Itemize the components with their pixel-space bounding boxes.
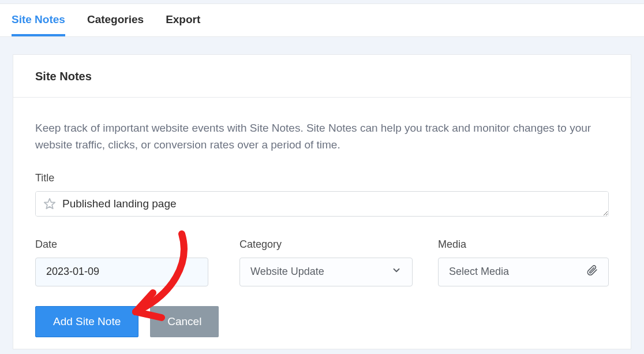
tab-export[interactable]: Export: [166, 4, 200, 36]
category-label: Category: [239, 239, 413, 251]
date-label: Date: [35, 239, 208, 251]
chevron-down-icon: [391, 265, 402, 278]
media-column: Media Select Media: [438, 239, 609, 286]
panel-title: Site Notes: [35, 70, 609, 83]
panel-header: Site Notes: [13, 55, 631, 98]
media-label: Media: [438, 239, 609, 251]
title-input[interactable]: [35, 191, 609, 217]
tab-site-notes[interactable]: Site Notes: [12, 4, 65, 36]
star-icon[interactable]: [43, 198, 56, 213]
panel-description: Keep track of important website events w…: [35, 120, 609, 154]
media-value: Select Media: [449, 266, 509, 278]
title-field-wrap: [35, 191, 609, 219]
date-value: 2023-01-09: [46, 266, 99, 278]
add-site-note-button[interactable]: Add Site Note: [35, 306, 138, 337]
tab-bar: Site Notes Categories Export: [0, 3, 644, 37]
category-select[interactable]: Website Update: [239, 258, 413, 286]
tab-categories[interactable]: Categories: [87, 4, 144, 36]
date-column: Date 2023-01-09: [35, 239, 208, 286]
cancel-button[interactable]: Cancel: [150, 306, 219, 337]
category-value: Website Update: [250, 266, 324, 278]
svg-marker-0: [44, 199, 55, 208]
title-label: Title: [35, 172, 609, 184]
date-input[interactable]: 2023-01-09: [35, 258, 208, 286]
paperclip-icon: [586, 264, 598, 279]
field-row: Date 2023-01-09 Category Website Update: [35, 239, 609, 286]
media-select[interactable]: Select Media: [438, 258, 609, 286]
category-column: Category Website Update: [239, 239, 413, 286]
panel-body: Keep track of important website events w…: [13, 98, 631, 349]
button-row: Add Site Note Cancel: [35, 306, 609, 337]
content-area: Site Notes Keep track of important websi…: [0, 37, 644, 349]
site-notes-panel: Site Notes Keep track of important websi…: [13, 54, 631, 349]
